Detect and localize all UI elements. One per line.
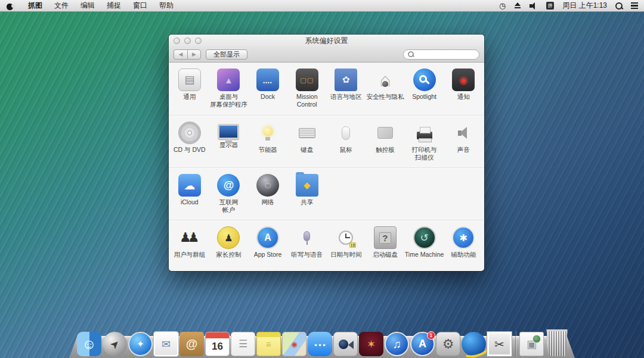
pref-displays[interactable]: 显示器	[209, 122, 249, 149]
pref-label: Mission Control	[296, 93, 318, 108]
displays-icon	[218, 124, 239, 139]
trackpad-icon	[374, 122, 397, 144]
preferences-grid: ▤通用▲桌面与 屏幕保护程序▪▪▪▪Dock▢▢Mission Control✿…	[169, 63, 484, 271]
pref-cd[interactable]: CD 与 DVD	[170, 122, 209, 154]
pref-mouse[interactable]: 鼠标	[327, 122, 366, 154]
window-toolbar: ◀ ▶ 全部显示	[169, 46, 484, 63]
pref-security[interactable]: ⌂安全性与隐私	[366, 69, 405, 101]
dock-reminders[interactable]: ☰	[231, 332, 255, 356]
dock-messages[interactable]: …	[308, 332, 332, 356]
dock-badge: 1	[427, 331, 435, 340]
pref-timemachine[interactable]: ↺Time Machine	[405, 226, 444, 259]
dock-facetime[interactable]	[333, 332, 358, 356]
pref-label: 家长控制	[216, 251, 241, 259]
forward-button[interactable]: ▶	[187, 49, 201, 60]
pref-parental[interactable]: ♟家长控制	[209, 226, 249, 259]
clock-text[interactable]: 周日 上午1:13	[562, 1, 607, 11]
menu-bar: 抓图文件编辑捕捉窗口帮助 ◷拼周日 上午1:13	[0, 0, 644, 12]
spotlight-menu-icon[interactable]	[615, 2, 623, 10]
dock-imovie[interactable]: ✶	[359, 332, 383, 356]
pref-mission[interactable]: ▢▢Mission Control	[287, 69, 327, 108]
dock-internet-browser[interactable]	[462, 332, 486, 356]
reminders-icon: ☰	[231, 332, 255, 356]
pref-mic[interactable]: 听写与语音	[287, 226, 327, 259]
pref-general[interactable]: ▤通用	[170, 69, 209, 101]
menu-3[interactable]: 编辑	[75, 0, 101, 11]
pref-label: App Store	[254, 251, 282, 259]
pref-internet[interactable]: @互联网 帐户	[209, 174, 249, 214]
dock-grab[interactable]: ✂	[487, 332, 512, 356]
search-icon	[408, 51, 414, 57]
datetime-icon: 18	[335, 226, 357, 249]
calendar-icon: 16	[205, 332, 230, 356]
notification-center-icon[interactable]	[631, 2, 638, 9]
pref-users[interactable]: ♟♟用户与群组	[170, 226, 209, 259]
pref-desktop[interactable]: ▲桌面与 屏幕保护程序	[209, 69, 249, 108]
system-preferences-icon: ⚙	[436, 332, 460, 356]
system-preferences-window: 系统偏好设置 ◀ ▶ 全部显示 ▤通用▲桌面与 屏幕保护程序▪▪▪▪Dock▢▢…	[169, 35, 484, 271]
startup-icon: ?	[374, 226, 397, 249]
menu-1[interactable]: 抓图	[22, 0, 48, 11]
apple-menu-icon[interactable]	[6, 2, 14, 10]
cd-icon	[178, 122, 201, 144]
pref-label: 共享	[301, 198, 313, 206]
pref-spotlight[interactable]: Spotlight	[405, 69, 444, 101]
pref-network[interactable]: ○网络	[248, 174, 287, 206]
search-input[interactable]	[417, 51, 475, 58]
dock-mail[interactable]: ✉	[154, 332, 178, 356]
menu-4[interactable]: 捕捉	[101, 0, 127, 11]
pref-keyboard[interactable]: 键盘	[287, 122, 327, 154]
pref-sound[interactable]: 声音	[444, 122, 483, 154]
energy-icon	[256, 122, 279, 144]
pref-accessibility[interactable]: ✱辅助功能	[444, 226, 483, 259]
pref-label: 语言与地区	[330, 93, 362, 101]
dock-system-preferences[interactable]: ⚙	[436, 332, 460, 356]
dock-safari[interactable]: ✦	[128, 332, 153, 356]
appstore-icon: A	[256, 226, 279, 249]
dock-notes[interactable]: ≡	[256, 332, 281, 356]
menu-2[interactable]: 文件	[48, 0, 75, 11]
pref-datetime[interactable]: 18日期与时间	[327, 226, 366, 259]
pref-label: 触控板	[376, 146, 395, 154]
dock-calendar[interactable]: 16	[205, 332, 230, 356]
dock: ☺➤✦✉@16☰≡◉…✶♫A1⚙✂▣	[76, 329, 569, 356]
show-all-button[interactable]: 全部显示	[206, 49, 247, 60]
users-icon: ♟♟	[178, 226, 201, 249]
pref-printer[interactable]: 打印机与 扫描仪	[405, 122, 444, 161]
volume-icon[interactable]	[530, 2, 538, 10]
menu-bar-status: ◷拼周日 上午1:13	[499, 1, 638, 11]
pref-label: 用户与群组	[174, 251, 206, 259]
pref-trackpad[interactable]: 触控板	[366, 122, 405, 154]
dock-installer-package[interactable]: ▣	[519, 332, 544, 356]
dock-launchpad[interactable]: ➤	[103, 332, 127, 356]
pref-notifications[interactable]: ◉通知	[444, 69, 483, 101]
window-titlebar[interactable]: 系统偏好设置	[169, 35, 484, 46]
maps-icon: ◉	[282, 332, 306, 356]
dock-contacts[interactable]: @	[179, 332, 204, 356]
pref-sharing[interactable]: ◆共享	[287, 174, 327, 206]
mission-icon: ▢▢	[296, 69, 318, 91]
dock-app-store[interactable]: A1	[410, 332, 435, 356]
dock-finder[interactable]: ☺	[77, 332, 101, 356]
back-button[interactable]: ◀	[174, 49, 187, 60]
clock-status-icon[interactable]: ◷	[499, 2, 506, 10]
menu-bar-left: 抓图文件编辑捕捉窗口帮助	[6, 1, 179, 11]
dock-trash[interactable]	[545, 329, 569, 356]
dock-itunes[interactable]: ♫	[385, 332, 409, 356]
sharing-icon: ◆	[296, 174, 318, 197]
pref-label: 鼠标	[340, 146, 352, 154]
input-method-icon[interactable]: 拼	[546, 2, 554, 10]
menu-6[interactable]: 帮助	[153, 0, 179, 11]
pref-label: 节能器	[258, 146, 277, 154]
dock-maps[interactable]: ◉	[282, 332, 306, 356]
eject-icon[interactable]	[514, 2, 521, 9]
pref-label: 安全性与隐私	[366, 93, 404, 101]
pref-startup[interactable]: ?启动磁盘	[366, 226, 405, 259]
search-field[interactable]	[403, 49, 479, 60]
pref-language[interactable]: ✿语言与地区	[327, 69, 366, 101]
pref-appstore[interactable]: AApp Store	[248, 226, 287, 259]
menu-5[interactable]: 窗口	[127, 0, 153, 11]
pref-energy[interactable]: 节能器	[248, 122, 287, 154]
pref-icloud[interactable]: ☁iCloud	[170, 174, 209, 206]
pref-dock[interactable]: ▪▪▪▪Dock	[248, 69, 287, 101]
